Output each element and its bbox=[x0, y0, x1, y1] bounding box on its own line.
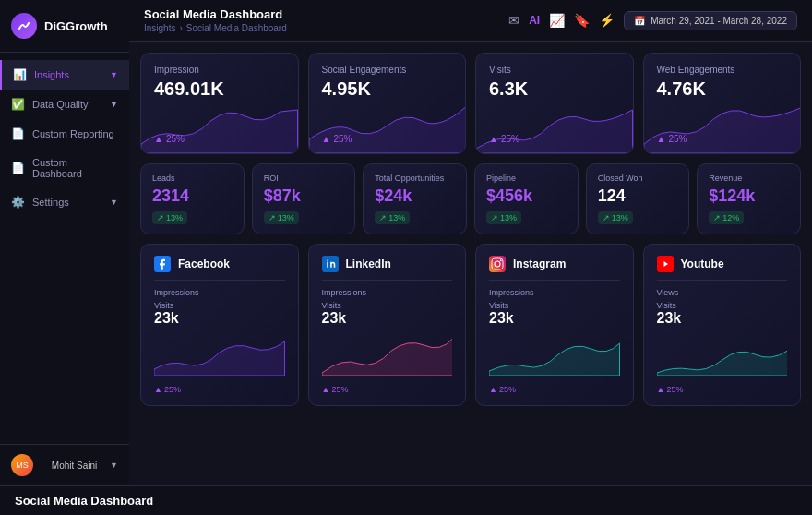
kpi-change-impression: ▲ 25% bbox=[154, 134, 185, 144]
svg-rect-1 bbox=[322, 256, 339, 272]
stat-card-pipeline: Pipeline $456k ↗ 13% bbox=[474, 163, 579, 234]
instagram-sub-value: 23k bbox=[489, 310, 620, 327]
linkedin-sub-label: Visits bbox=[322, 301, 453, 310]
linkedin-icon bbox=[322, 256, 339, 272]
arrow-up-icon-we: ▲ bbox=[657, 134, 666, 144]
header-right: ✉ AI 📈 🔖 ⚡ 📅 March 29, 2021 - March 28, … bbox=[508, 11, 797, 30]
youtube-sub-label: Visits bbox=[657, 301, 788, 310]
user-area[interactable]: MS Mohit Saini ▼ bbox=[0, 444, 129, 485]
ai-icon[interactable]: AI bbox=[529, 14, 540, 27]
svg-point-4 bbox=[500, 259, 502, 261]
breadcrumb: Insights › Social Media Dashboard bbox=[144, 23, 287, 33]
sidebar-item-custom-dashboard[interactable]: 📄 Custom Dashboard bbox=[0, 149, 129, 187]
stat-change-total-opp: ↗ 13% bbox=[375, 211, 410, 224]
impression-wave bbox=[141, 102, 298, 153]
sidebar-label-custom-dashboard: Custom Dashboard bbox=[32, 157, 118, 179]
facebook-name: Facebook bbox=[178, 258, 230, 270]
stat-change-leads: ↗ 13% bbox=[152, 211, 187, 224]
youtube-arrow-icon: ▲ bbox=[657, 385, 665, 394]
linkedin-header: LinkedIn bbox=[322, 256, 453, 281]
kpi-card-impression: Impression 469.01K ▲ 25% bbox=[140, 53, 299, 154]
data-quality-icon: ✅ bbox=[11, 98, 25, 111]
kpi-label-visits: Visits bbox=[489, 65, 620, 75]
facebook-change: ▲ 25% bbox=[154, 385, 285, 394]
main-content: Social Media Dashboard Insights › Social… bbox=[129, 0, 812, 485]
user-name: Mohit Saini bbox=[52, 461, 97, 471]
kpi-change-visits: ▲ 25% bbox=[489, 134, 519, 144]
logo-icon bbox=[11, 13, 37, 39]
stat-card-leads: Leads 2314 ↗ 13% bbox=[140, 163, 245, 234]
nav-items: 📊 Insights ▼ ✅ Data Quality ▼ 📄 Custom R… bbox=[0, 53, 129, 444]
instagram-metric-label: Impressions bbox=[489, 288, 620, 297]
arrow-up-icon: ▲ bbox=[154, 134, 163, 144]
sidebar-label-data-quality: Data Quality bbox=[32, 99, 89, 110]
social-card-instagram: Instagram Impressions Visits 23k ▲ 25% bbox=[475, 244, 634, 406]
filter-icon[interactable]: ⚡ bbox=[599, 13, 615, 28]
stat-value-total-opp: $24k bbox=[375, 186, 455, 206]
facebook-metric-label: Impressions bbox=[154, 288, 285, 297]
kpi-card-web-engagements: Web Engagements 4.76K ▲ 25% bbox=[643, 53, 802, 154]
kpi-row: Impression 469.01K ▲ 25% Social Engageme… bbox=[140, 53, 801, 154]
linkedin-change: ▲ 25% bbox=[322, 385, 453, 394]
kpi-value-social-engagements: 4.95K bbox=[322, 78, 453, 100]
stat-card-revenue: Revenue $124k ↗ 12% bbox=[697, 163, 801, 234]
social-card-youtube: Youtube Views Visits 23k ▲ 25% bbox=[643, 244, 802, 406]
stat-label-roi: ROI bbox=[264, 174, 344, 183]
custom-dashboard-icon: 📄 bbox=[11, 162, 25, 174]
sidebar-label-settings: Settings bbox=[32, 197, 69, 208]
date-range[interactable]: 📅 March 29, 2021 - March 28, 2022 bbox=[624, 11, 797, 30]
sidebar-item-custom-reporting[interactable]: 📄 Custom Reporting bbox=[0, 119, 129, 149]
stat-label-leads: Leads bbox=[152, 174, 233, 183]
kpi-value-visits: 6.3K bbox=[489, 78, 620, 100]
dashboard: Impression 469.01K ▲ 25% Social Engageme… bbox=[129, 42, 812, 485]
envelope-icon[interactable]: ✉ bbox=[508, 13, 519, 28]
stat-label-closed-won: Closed Won bbox=[598, 174, 678, 183]
logo-area: DiGGrowth bbox=[0, 0, 129, 53]
web-engagements-wave bbox=[644, 102, 801, 153]
bottom-title: Social Media Dashboard bbox=[15, 494, 153, 508]
facebook-icon bbox=[154, 256, 171, 272]
stat-value-pipeline: $456k bbox=[486, 186, 567, 206]
youtube-change: ▲ 25% bbox=[657, 385, 788, 394]
linkedin-metric-label: Impressions bbox=[322, 288, 453, 297]
youtube-sub-value: 23k bbox=[657, 310, 788, 327]
bookmark-icon[interactable]: 🔖 bbox=[574, 13, 590, 28]
instagram-icon bbox=[489, 256, 506, 272]
social-row: Facebook Impressions Visits 23k ▲ 25% bbox=[140, 244, 801, 406]
sidebar-item-insights[interactable]: 📊 Insights ▼ bbox=[0, 60, 129, 90]
linkedin-arrow-icon: ▲ bbox=[322, 385, 330, 394]
custom-reporting-icon: 📄 bbox=[11, 127, 25, 140]
calendar-icon: 📅 bbox=[634, 16, 645, 26]
youtube-wave bbox=[657, 334, 788, 376]
kpi-label-impression: Impression bbox=[154, 65, 285, 75]
sidebar-item-data-quality[interactable]: ✅ Data Quality ▼ bbox=[0, 90, 129, 119]
breadcrumb-separator: › bbox=[179, 23, 182, 33]
youtube-header: Youtube bbox=[657, 256, 788, 281]
sidebar-item-settings[interactable]: ⚙️ Settings ▼ bbox=[0, 187, 129, 217]
stat-card-closed-won: Closed Won 124 ↗ 13% bbox=[586, 163, 690, 234]
stat-value-closed-won: 124 bbox=[598, 186, 678, 206]
linkedin-wave bbox=[322, 334, 453, 376]
logo-text: DiGGrowth bbox=[44, 19, 108, 33]
chevron-icon-dq: ▼ bbox=[110, 100, 118, 109]
stat-card-roi: ROI $87k ↗ 13% bbox=[252, 163, 356, 234]
trend-icon-roi: ↗ bbox=[269, 213, 276, 222]
facebook-sub-value: 23k bbox=[154, 310, 285, 327]
stat-card-total-opp: Total Opportunities $24k ↗ 13% bbox=[363, 163, 467, 234]
kpi-value-web-engagements: 4.76K bbox=[657, 78, 788, 100]
stat-change-closed-won: ↗ 13% bbox=[598, 211, 633, 224]
avatar: MS bbox=[11, 454, 33, 476]
chart-icon[interactable]: 📈 bbox=[549, 13, 565, 28]
social-engagements-wave bbox=[309, 102, 466, 153]
stat-change-pipeline: ↗ 13% bbox=[486, 211, 521, 224]
kpi-card-visits: Visits 6.3K ▲ 25% bbox=[475, 53, 634, 154]
trend-icon-closed-won: ↗ bbox=[603, 213, 610, 222]
trend-icon-revenue: ↗ bbox=[713, 213, 721, 222]
kpi-card-social-engagements: Social Engagements 4.95K ▲ 25% bbox=[308, 53, 467, 154]
stat-change-roi: ↗ 13% bbox=[264, 211, 299, 224]
instagram-arrow-icon: ▲ bbox=[489, 385, 497, 394]
youtube-metric-label: Views bbox=[657, 288, 788, 297]
sidebar-label-custom-reporting: Custom Reporting bbox=[32, 128, 114, 139]
trend-icon-leads: ↗ bbox=[157, 213, 164, 222]
stat-change-revenue: ↗ 12% bbox=[709, 211, 744, 224]
